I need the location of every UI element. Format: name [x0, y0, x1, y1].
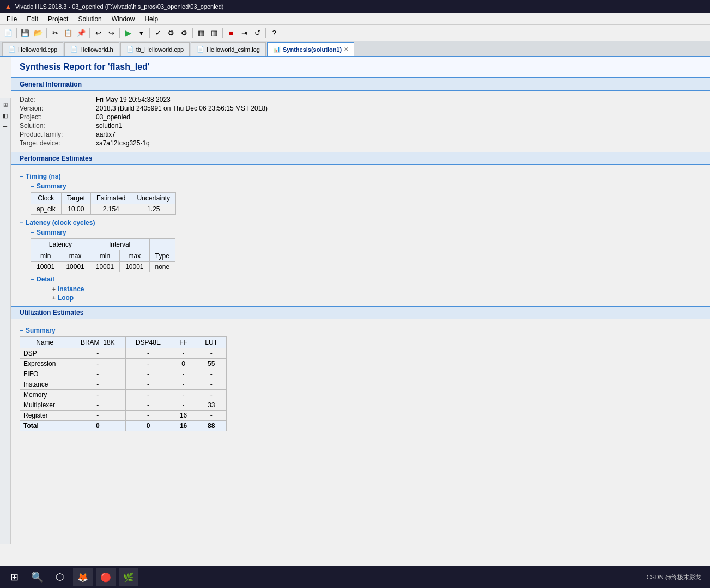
toolbar-sep-2 — [46, 28, 47, 38]
latency-col-latency: Latency — [31, 239, 90, 250]
info-row-version: Version: 2018.3 (Build 2405991 on Thu De… — [20, 104, 701, 113]
util-col-name: Name — [20, 337, 70, 348]
toolbar-run[interactable]: ▶ — [122, 27, 134, 39]
toolbar-sep-4 — [119, 28, 120, 38]
toolbar-stop[interactable]: ■ — [225, 27, 237, 39]
latency-header[interactable]: − Latency (clock cycles) — [20, 219, 701, 226]
util-col-ff: FF — [171, 337, 196, 348]
sidebar-icon-1[interactable]: ⊞ — [1, 100, 10, 109]
latency-cell-type: none — [149, 262, 175, 272]
util-row-2: FIFO---- — [20, 369, 227, 379]
latency-cell-min: 10001 — [31, 262, 60, 272]
tab-synthesis-close[interactable]: ✕ — [344, 46, 348, 52]
toolbar-new[interactable]: 📄 — [2, 27, 14, 39]
tab-helloworld-csim[interactable]: 📄 Helloworld_csim.log — [191, 42, 266, 56]
latency-col-max: max — [60, 250, 90, 262]
general-info-table: Date: Fri May 19 20:54:38 2023 Version: … — [11, 91, 710, 152]
menu-window[interactable]: Window — [107, 14, 139, 24]
info-row-family: Product family: aartix7 — [20, 130, 701, 139]
timing-toggle-icon: − — [20, 173, 23, 180]
menu-solution[interactable]: Solution — [74, 14, 106, 24]
latency-detail-header[interactable]: − Detail — [31, 275, 701, 283]
latency-col-intmin: min — [90, 250, 119, 262]
tab-tb-helloworld-cpp[interactable]: 📄 tb_Helloworld.cpp — [120, 42, 190, 56]
timing-col-clock: Clock — [31, 193, 62, 204]
title-bar: ▲ Vivado HLS 2018.3 - 03_openled (F:\viv… — [0, 0, 710, 13]
toolbar-settings[interactable]: ⚙ — [165, 27, 177, 39]
timing-col-target: Target — [61, 193, 90, 204]
tab-synthesis-solution1[interactable]: 📊 Synthesis(solution1) ✕ — [267, 42, 354, 56]
info-label-date: Date: — [20, 96, 96, 103]
util-cell-0-0: DSP — [20, 348, 70, 359]
toolbar-run-dropdown[interactable]: ▾ — [135, 27, 147, 39]
toolbar-paste[interactable]: 📌 — [75, 27, 87, 39]
toolbar-cut[interactable]: ✂ — [49, 27, 61, 39]
timing-col-uncertainty: Uncertainty — [131, 193, 176, 204]
toolbar-settings2[interactable]: ⚙ — [178, 27, 190, 39]
toolbar-refresh[interactable]: ↺ — [251, 27, 263, 39]
toolbar-help[interactable]: ? — [268, 27, 280, 39]
detail-instance[interactable]: + Instance — [52, 285, 701, 293]
util-cell-6-1: - — [70, 411, 125, 421]
sidebar-icon-3[interactable]: ☰ — [1, 122, 10, 131]
page-title: Synthesis Report for 'flash_led' — [11, 57, 710, 78]
tab-synthesis-icon: 📊 — [273, 46, 281, 53]
tab-tb-helloworld-cpp-icon: 📄 — [126, 46, 134, 53]
timing-cell-clock: ap_clk — [31, 204, 62, 215]
content-wrapper: Synthesis Report for 'flash_led' General… — [11, 57, 710, 566]
toolbar-check[interactable]: ✓ — [152, 27, 164, 39]
util-cell-1-4: 55 — [196, 359, 227, 369]
left-sidebar: ⊞ ◧ ☰ — [0, 98, 11, 544]
timing-summary-header[interactable]: − Summary — [31, 182, 701, 190]
latency-toggle-icon: − — [20, 219, 23, 226]
util-table: Name BRAM_18K DSP48E FF LUT DSP----Expre… — [20, 336, 227, 431]
toolbar-save[interactable]: 💾 — [19, 27, 31, 39]
util-cell-4-3: - — [171, 390, 196, 400]
toolbar-undo[interactable]: ↩ — [92, 27, 104, 39]
utilization-section-header: Utilization Estimates — [11, 306, 710, 319]
info-row-device: Target device: xa7a12tcsg325-1q — [20, 139, 701, 148]
toolbar-step[interactable]: ⇥ — [238, 27, 250, 39]
latency-summary-header[interactable]: − Summary — [31, 229, 701, 236]
util-summary-toggle: − — [20, 327, 23, 334]
tab-helloworld-csim-label: Helloworld_csim.log — [207, 46, 260, 53]
util-row-0: DSP---- — [20, 348, 227, 359]
tab-helloworld-cpp[interactable]: 📄 Helloworld.cpp — [2, 42, 63, 56]
performance-section-header: Performance Estimates — [11, 152, 710, 165]
info-value-project: 03_openled — [96, 113, 130, 121]
info-row-project: Project: 03_openled — [20, 113, 701, 121]
timing-cell-target: 10.00 — [61, 204, 90, 215]
latency-cell-intmin: 10001 — [90, 262, 119, 272]
timing-col-estimated: Estimated — [91, 193, 131, 204]
tab-helloworld-h-icon: 📄 — [70, 46, 78, 53]
menu-edit[interactable]: Edit — [22, 14, 43, 24]
util-cell-4-1: - — [70, 390, 125, 400]
toolbar-grid[interactable]: ▦ — [195, 27, 207, 39]
tab-helloworld-h[interactable]: 📄 Helloworld.h — [64, 42, 119, 56]
toolbar-open[interactable]: 📂 — [32, 27, 44, 39]
menu-help[interactable]: Help — [140, 14, 162, 24]
timing-content: − Summary Clock Target Estimated Uncerta… — [31, 182, 701, 215]
toolbar-redo[interactable]: ↪ — [105, 27, 117, 39]
toolbar-sep-6 — [192, 28, 193, 38]
toolbar-copy[interactable]: 📋 — [62, 27, 74, 39]
menu-project[interactable]: Project — [44, 14, 72, 24]
info-row-date: Date: Fri May 19 20:54:38 2023 — [20, 95, 701, 104]
util-cell-3-0: Instance — [20, 379, 70, 390]
toolbar-sep-1 — [16, 28, 17, 38]
title-bar-text: Vivado HLS 2018.3 - 03_openled (F:\vivad… — [15, 3, 224, 10]
timing-row-0: ap_clk 10.00 2.154 1.25 — [31, 204, 176, 215]
info-value-version: 2018.3 (Build 2405991 on Thu Dec 06 23:5… — [96, 105, 268, 112]
util-cell-4-4: - — [196, 390, 227, 400]
util-cell-3-3: - — [171, 379, 196, 390]
detail-loop[interactable]: + Loop — [52, 294, 701, 302]
performance-content: − Timing (ns) − Summary Clock Target Est… — [11, 165, 710, 306]
menu-file[interactable]: File — [2, 14, 21, 24]
util-cell-5-4: 33 — [196, 400, 227, 411]
timing-table: Clock Target Estimated Uncertainty ap_cl… — [31, 192, 176, 215]
toolbar-grid2[interactable]: ▥ — [208, 27, 220, 39]
util-summary-header[interactable]: − Summary — [20, 327, 701, 334]
latency-cell-max: 10001 — [60, 262, 90, 272]
sidebar-icon-2[interactable]: ◧ — [1, 111, 10, 120]
timing-header[interactable]: − Timing (ns) — [20, 173, 701, 180]
